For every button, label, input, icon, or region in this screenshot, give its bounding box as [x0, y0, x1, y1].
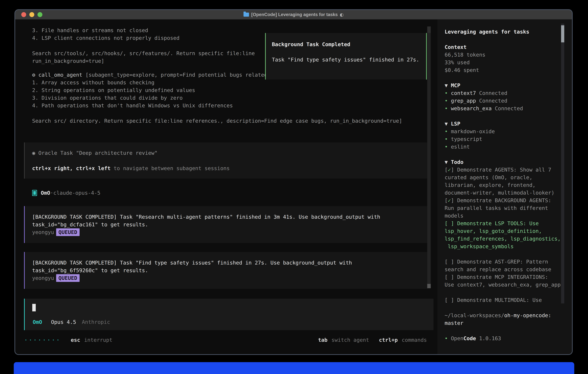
sidebar: Leveraging agents for tasks Context 66,5… [445, 28, 562, 342]
lsp-item: • eslint [445, 143, 562, 151]
tab-key-label: switch agent [331, 337, 369, 343]
status-dot-icon: • [445, 128, 448, 134]
ctrlp-key-hint: ctrl+p [379, 337, 398, 343]
status-badge: QUEUED [56, 228, 80, 236]
chat-scrollbar-segment [427, 26, 431, 33]
mcp-item: • grep_app Connected [445, 97, 562, 104]
background-task-notification: Background Task Completed Task "Find typ… [265, 33, 427, 80]
desktop-dock-strip [14, 362, 574, 374]
task-user: yeongyu [32, 275, 54, 281]
window-title: [OpenCode] Leveraging agents for tasks [251, 12, 338, 17]
mcp-section-header[interactable]: ▼ MCP [445, 82, 562, 89]
todo-item: [✓] Demonstrate AGENTS: Show all 7 curat… [445, 166, 562, 197]
oracle-hint-text: to navigate between subagent sessions [111, 165, 230, 171]
input-agent-name: OmO [33, 319, 42, 325]
record-icon: ◉ [32, 150, 35, 156]
agent-name: OmO [41, 189, 50, 197]
terminal-content: 3. File handles or streams not closed 4.… [15, 20, 572, 354]
status-right: tab switch agent ctrl+p commands [318, 336, 428, 344]
prompt-input[interactable]: OmO Opus 4.5 Anthropic [24, 299, 433, 330]
chat-scrollbar-thumb[interactable] [427, 284, 431, 288]
notification-body: Task "Find type safety issues" finished … [272, 56, 420, 63]
empty-checkbox [448, 274, 451, 280]
context-used: 33% used [445, 59, 562, 66]
sidebar-scrollbar[interactable] [561, 24, 564, 303]
notification-title: Background Task Completed [272, 41, 420, 48]
status-dot-icon: • [445, 335, 448, 341]
chat-scrollbar[interactable] [427, 26, 431, 288]
gear-icon: ⚙ [32, 72, 35, 78]
status-dot-icon: • [445, 136, 448, 142]
agent-model: claude-opus-4-5 [53, 189, 100, 197]
background-task-box: [BACKGROUND TASK COMPLETED] Task "Find t… [24, 252, 428, 289]
todo-item-active: [ ] Demonstrate LSP TOOLS: Use lsp_hover… [445, 219, 562, 250]
todo-section-header[interactable]: ▼ Todo [445, 158, 562, 166]
esc-key-label: interrupt [84, 337, 112, 343]
status-dot-icon: • [445, 144, 448, 150]
todo-item: [✓] Demonstrate BACKGROUND AGENTS: Run p… [445, 197, 562, 219]
esc-key-hint: esc [71, 337, 80, 343]
status-dot-icon: • [445, 105, 448, 111]
separator-dot: · [50, 189, 53, 197]
tool-call-name: call_omo_agent [38, 72, 85, 78]
context-tokens: 66,518 tokens [445, 51, 562, 59]
status-left: ········ esc interrupt [24, 336, 113, 344]
checkmark-icon: ✓ [448, 197, 451, 203]
chevron-down-icon: ▼ [445, 83, 448, 88]
app-window: [OpenCode] Leveraging agents for tasks ◐… [14, 9, 573, 355]
title-bar[interactable]: [OpenCode] Leveraging agents for tasks ◐ [15, 10, 572, 20]
status-dot-icon: • [445, 98, 448, 104]
input-model-line: OmO Opus 4.5 Anthropic [33, 318, 110, 326]
agent-model-line: OmO · claude-opus-4-5 [24, 189, 428, 197]
mcp-item: • context7 Connected [445, 89, 562, 97]
lsp-section-header[interactable]: ▼ LSP [445, 120, 562, 128]
workspace-path: ~/local-workspaces/oh-my-opencode: [445, 312, 562, 319]
traffic-lights [21, 10, 42, 19]
status-bar: ········ esc interrupt tab switch agent … [24, 336, 428, 344]
agent-icon [32, 190, 37, 196]
oracle-task-box[interactable]: ◉ Oracle Task "Deep architecture review"… [24, 143, 428, 179]
chevron-down-icon: ▼ [445, 159, 448, 165]
todo-item: [ ] Demonstrate MCP INTEGRATIONS: Use co… [445, 273, 562, 289]
oracle-task-title: Oracle Task "Deep architecture review" [35, 150, 158, 156]
input-model-name: Opus 4.5 [51, 319, 76, 325]
git-branch: master [445, 319, 562, 327]
minimize-button[interactable] [29, 12, 34, 17]
zoom-button[interactable] [37, 12, 42, 17]
half-moon-icon: ◐ [340, 12, 344, 17]
status-dot-icon: • [445, 90, 448, 96]
version-line: • OpenCode 1.0.163 [445, 334, 562, 342]
status-badge: QUEUED [56, 274, 80, 282]
sidebar-scrollbar-thumb[interactable] [561, 25, 564, 42]
lsp-item: • markdown-oxide [445, 128, 562, 135]
chevron-down-icon: ▼ [445, 121, 448, 127]
text-cursor [32, 304, 36, 311]
context-heading: Context [445, 43, 562, 51]
oracle-hint-keys: ctrl+x right, ctrl+x left [32, 165, 111, 171]
progress-dots: ········ [24, 337, 61, 343]
task-user: yeongyu [32, 229, 54, 235]
empty-checkbox [448, 259, 451, 265]
mcp-item: • websearch_exa Connected [445, 104, 562, 112]
checkmark-icon: ✓ [448, 167, 451, 173]
close-button[interactable] [21, 12, 26, 17]
session-title: Leveraging agents for tasks [445, 28, 562, 36]
context-spent: $0.46 spent [445, 66, 562, 74]
empty-checkbox [448, 297, 451, 303]
todo-item: [ ] Demonstrate AST-GREP: Pattern search… [445, 258, 562, 273]
empty-checkbox [448, 220, 451, 226]
folder-icon [243, 13, 249, 17]
input-provider: Anthropic [82, 319, 110, 325]
todo-item: [ ] Demonstrate MULTIMODAL: Use [445, 296, 562, 304]
task-message: [BACKGROUND TASK COMPLETED] Task "Resear… [32, 213, 425, 228]
task-message: [BACKGROUND TASK COMPLETED] Task "Find t… [32, 259, 425, 274]
tool-call-args: [subagent_type=explore, prompt=Find pote… [32, 72, 418, 124]
lsp-item: • typescript [445, 135, 562, 143]
ctrlp-key-label: commands [402, 337, 427, 343]
tab-key-hint: tab [318, 337, 327, 343]
background-task-box: [BACKGROUND TASK COMPLETED] Task "Resear… [24, 206, 428, 243]
